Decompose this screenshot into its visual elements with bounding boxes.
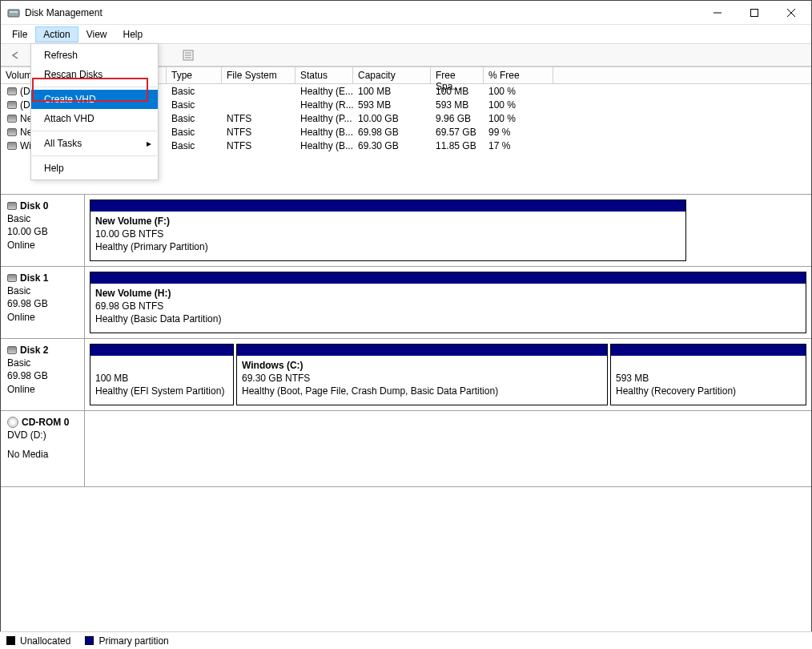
disk-name: Disk 2 xyxy=(20,344,48,357)
partition[interactable]: New Volume (F:) 10.00 GB NTFS Healthy (P… xyxy=(90,200,686,261)
graphical-view: Disk 0 Basic 10.00 GB Online New Volume … xyxy=(1,195,811,487)
volume-icon xyxy=(7,128,17,136)
titlebar: Disk Management xyxy=(1,1,811,25)
menu-create-vhd[interactable]: Create VHD xyxy=(31,90,158,109)
disk-size: 69.98 GB xyxy=(7,369,78,382)
disk-type: Basic xyxy=(7,357,78,369)
menu-view[interactable]: View xyxy=(78,26,115,42)
col-free-space[interactable]: Free Spa... xyxy=(431,67,484,83)
partition-windows[interactable]: Windows (C:) 69.30 GB NTFS Healthy (Boot… xyxy=(236,344,608,405)
disk-partitions xyxy=(85,411,811,486)
properties-button[interactable] xyxy=(179,46,197,64)
partition-efi[interactable]: 100 MB Healthy (EFI System Partition) xyxy=(90,344,234,405)
col-type[interactable]: Type xyxy=(167,67,222,83)
cell-pct: 100 % xyxy=(484,113,553,124)
chevron-right-icon: ▸ xyxy=(147,138,151,149)
partition-bar xyxy=(90,272,806,284)
disk-icon xyxy=(7,202,17,210)
cell-volume: Wi xyxy=(20,140,31,151)
partition-title: New Volume (F:) xyxy=(95,216,170,227)
menu-all-tasks[interactable]: All Tasks▸ xyxy=(31,134,158,153)
disk-type: Basic xyxy=(7,284,78,297)
cell-free: 593 MB xyxy=(431,99,484,111)
maximize-button[interactable] xyxy=(736,1,773,25)
disk-row-1[interactable]: Disk 1 Basic 69.98 GB Online New Volume … xyxy=(1,267,811,339)
disk-info: Disk 2 Basic 69.98 GB Online xyxy=(1,339,85,410)
menu-help[interactable]: Help xyxy=(115,26,151,42)
cell-type: Basic xyxy=(167,113,222,124)
disk-info: Disk 1 Basic 69.98 GB Online xyxy=(1,267,85,338)
partition-size: 100 MB xyxy=(95,373,128,384)
disk-type: Basic xyxy=(7,212,78,225)
partition-size: 69.98 GB NTFS xyxy=(95,300,163,312)
menu-help-item[interactable]: Help xyxy=(31,159,158,178)
disk-size: 10.00 GB xyxy=(7,225,78,238)
cell-status: Healthy (P... xyxy=(295,113,353,124)
partition-status: Healthy (Primary Partition) xyxy=(95,241,208,252)
svg-rect-1 xyxy=(10,11,18,13)
cell-status: Healthy (B... xyxy=(295,140,353,151)
menu-action[interactable]: Action xyxy=(35,26,78,42)
cell-pct: 100 % xyxy=(484,86,553,97)
menu-refresh[interactable]: Refresh xyxy=(31,46,158,65)
partition-bar xyxy=(90,200,685,212)
partition-status: Healthy (Boot, Page File, Crash Dump, Ba… xyxy=(242,385,498,397)
col-capacity[interactable]: Capacity xyxy=(353,67,431,83)
disk-partitions: 100 MB Healthy (EFI System Partition) Wi… xyxy=(85,339,811,410)
cell-free: 100 MB xyxy=(431,86,484,97)
cell-capacity: 69.98 GB xyxy=(353,127,431,138)
disk-row-0[interactable]: Disk 0 Basic 10.00 GB Online New Volume … xyxy=(1,195,811,267)
menu-attach-vhd[interactable]: Attach VHD xyxy=(31,109,158,128)
svg-rect-3 xyxy=(751,9,758,16)
volume-icon xyxy=(7,115,17,123)
disk-nomedia: No Media xyxy=(7,448,78,461)
disk-icon xyxy=(7,274,17,282)
cell-volume: (D xyxy=(20,86,30,97)
col-status[interactable]: Status xyxy=(295,67,353,83)
menu-rescan-disks[interactable]: Rescan Disks xyxy=(31,65,158,84)
col-spacer xyxy=(553,67,811,83)
partition-bar xyxy=(237,345,607,356)
cell-free: 69.57 GB xyxy=(431,127,484,138)
partition[interactable]: New Volume (H:) 69.98 GB NTFS Healthy (B… xyxy=(90,272,806,333)
disk-name: Disk 1 xyxy=(20,272,48,284)
partition-title: New Volume (H:) xyxy=(95,288,171,299)
col-filesystem[interactable]: File System xyxy=(222,67,295,83)
menu-file[interactable]: File xyxy=(4,26,35,42)
partition-recovery[interactable]: 593 MB Healthy (Recovery Partition) xyxy=(610,344,806,405)
minimize-button[interactable] xyxy=(699,1,736,25)
disk-state: Online xyxy=(7,311,78,324)
cell-capacity: 69.30 GB xyxy=(353,140,431,151)
disk-size: 69.98 GB xyxy=(7,297,78,310)
disk-partitions: New Volume (F:) 10.00 GB NTFS Healthy (P… xyxy=(85,195,811,266)
cell-status: Healthy (R... xyxy=(295,99,353,111)
menu-all-tasks-label: All Tasks xyxy=(44,138,82,149)
partition-status: Healthy (Basic Data Partition) xyxy=(95,313,221,324)
cell-type: Basic xyxy=(167,86,222,97)
legend-unallocated-label: Unallocated xyxy=(20,635,70,647)
col-pct-free[interactable]: % Free xyxy=(484,67,553,83)
volume-icon xyxy=(7,101,17,109)
window-title: Disk Management xyxy=(25,7,103,18)
cell-free: 9.96 GB xyxy=(431,113,484,124)
disk-row-cdrom[interactable]: CD-ROM 0 DVD (D:) No Media xyxy=(1,411,811,487)
cell-pct: 17 % xyxy=(484,140,553,151)
action-dropdown: Refresh Rescan Disks Create VHD Attach V… xyxy=(30,43,159,180)
disk-info: Disk 0 Basic 10.00 GB Online xyxy=(1,195,85,266)
disk-icon xyxy=(7,346,17,354)
disk-row-2[interactable]: Disk 2 Basic 69.98 GB Online 100 MB Heal… xyxy=(1,339,811,411)
legend-primary-label: Primary partition xyxy=(98,635,168,647)
disk-state: Online xyxy=(7,239,78,252)
swatch-primary xyxy=(85,636,94,645)
cell-status: Healthy (B... xyxy=(295,127,353,138)
swatch-unallocated xyxy=(6,636,15,645)
cell-type: Basic xyxy=(167,99,222,111)
cdrom-icon xyxy=(7,417,18,428)
close-button[interactable] xyxy=(773,1,810,25)
partition-status: Healthy (Recovery Partition) xyxy=(616,385,736,397)
partition-size: 69.30 GB NTFS xyxy=(242,373,310,384)
window-controls xyxy=(699,1,810,25)
cell-capacity: 10.00 GB xyxy=(353,113,431,124)
disk-partitions: New Volume (H:) 69.98 GB NTFS Healthy (B… xyxy=(85,267,811,338)
back-button[interactable] xyxy=(7,46,25,64)
